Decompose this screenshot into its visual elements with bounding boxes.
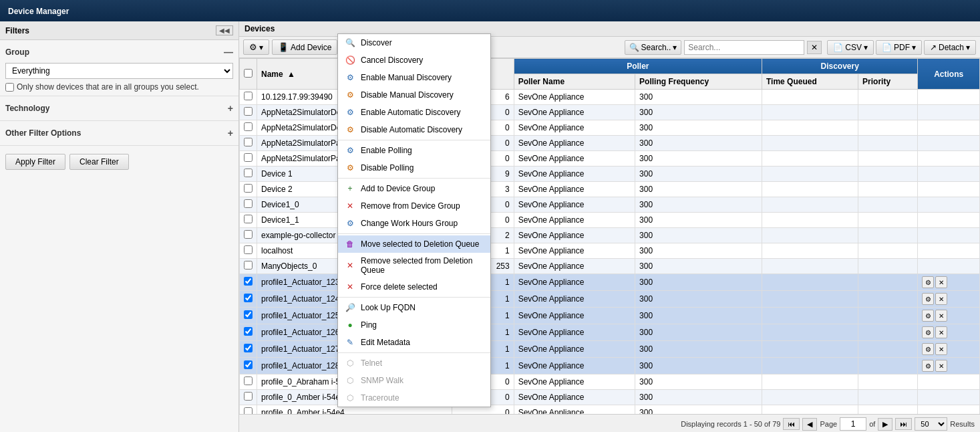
action-settings-icon[interactable]: ⚙ [922, 310, 934, 322]
row-checkbox[interactable] [244, 107, 253, 116]
action-settings-icon[interactable]: ⚙ [922, 360, 934, 372]
row-checkbox[interactable] [244, 294, 253, 302]
priority-column-header[interactable]: Priority [858, 74, 918, 90]
menu-item-cancel-discovery[interactable]: 🚫 Cancel Discovery [338, 51, 490, 69]
action-settings-icon[interactable]: ⚙ [922, 293, 934, 305]
row-checkbox-cell[interactable] [240, 136, 257, 151]
menu-item-remove-deletion[interactable]: ✕ Remove selected from Deletion Queue [338, 253, 490, 278]
row-checkbox[interactable] [244, 138, 253, 146]
action-settings-icon[interactable]: ⚙ [922, 326, 934, 338]
row-checkbox[interactable] [244, 153, 253, 162]
menu-item-enable-manual[interactable]: ⚙ Enable Manual Discovery [338, 69, 490, 86]
row-checkbox[interactable] [244, 245, 253, 254]
row-checkbox-cell[interactable] [240, 341, 257, 358]
all-groups-checkbox[interactable] [5, 83, 14, 92]
row-checkbox[interactable] [244, 360, 253, 369]
collapse-sidebar-button[interactable]: ◀◀ [216, 25, 233, 35]
detach-button[interactable]: ↗ Detach ▾ [924, 40, 976, 55]
row-checkbox-cell[interactable] [240, 243, 257, 259]
row-checkbox[interactable] [244, 392, 253, 401]
search-container: 🔍 Search.. ▾ ✕ [625, 40, 822, 55]
row-checkbox-cell[interactable] [240, 167, 257, 182]
row-checkbox[interactable] [244, 327, 253, 336]
sidebar-header: Filters ◀◀ [0, 21, 238, 40]
action-remove-icon[interactable]: ✕ [935, 343, 947, 355]
apply-filter-button[interactable]: Apply Filter [5, 154, 65, 170]
search-dropdown[interactable]: 🔍 Search.. ▾ [625, 40, 682, 55]
action-remove-icon[interactable]: ✕ [935, 310, 947, 322]
row-checkbox[interactable] [244, 92, 253, 100]
row-checkbox-cell[interactable] [240, 197, 257, 213]
row-checkbox-cell[interactable] [240, 358, 257, 374]
group-select[interactable]: Everything [5, 63, 233, 79]
time-queued-column-header[interactable]: Time Queued [762, 74, 858, 90]
row-checkbox-cell[interactable] [240, 405, 257, 415]
action-remove-icon[interactable]: ✕ [935, 360, 947, 372]
row-checkbox[interactable] [244, 215, 253, 223]
page-number-input[interactable] [840, 417, 866, 431]
row-checkbox-cell[interactable] [240, 291, 257, 308]
row-checkbox-cell[interactable] [240, 105, 257, 120]
poller-name-column-header[interactable]: Poller Name [514, 74, 635, 90]
menu-item-discover[interactable]: 🔍 Discover [338, 34, 490, 51]
menu-item-move-deletion[interactable]: 🗑 Move selected to Deletion Queue [338, 235, 490, 253]
action-remove-icon[interactable]: ✕ [935, 293, 947, 305]
row-checkbox-cell[interactable] [240, 228, 257, 243]
row-checkbox-cell[interactable] [240, 308, 257, 324]
row-checkbox[interactable] [244, 407, 253, 414]
row-checkbox[interactable] [244, 230, 253, 239]
row-checkbox[interactable] [244, 199, 253, 208]
row-checkbox-cell[interactable] [240, 90, 257, 105]
menu-item-enable-polling[interactable]: ⚙ Enable Polling [338, 142, 490, 159]
next-page-button[interactable]: ▶ [878, 418, 892, 431]
action-remove-icon[interactable]: ✕ [935, 276, 947, 288]
add-device-button[interactable]: 📱 Add Device [272, 39, 337, 55]
row-checkbox-cell[interactable] [240, 324, 257, 341]
settings-dropdown-button[interactable]: ⚙ ▾ [243, 39, 269, 55]
select-all-checkbox[interactable] [244, 69, 253, 78]
per-page-select[interactable]: 50 25 100 [915, 417, 947, 431]
menu-item-add-group[interactable]: + Add to Device Group [338, 180, 490, 197]
search-input[interactable] [684, 40, 804, 55]
other-filter-toggle[interactable]: + [228, 128, 233, 138]
row-checkbox[interactable] [244, 261, 253, 269]
menu-item-remove-group[interactable]: ✕ Remove from Device Group [338, 197, 490, 215]
row-checkbox[interactable] [244, 376, 253, 385]
row-checkbox[interactable] [244, 344, 253, 352]
menu-item-lookup-fqdn[interactable]: 🔎 Look Up FQDN [338, 299, 490, 316]
row-checkbox-cell[interactable] [240, 374, 257, 390]
menu-item-ping[interactable]: ● Ping [338, 316, 490, 334]
row-checkbox[interactable] [244, 184, 253, 193]
menu-item-enable-auto[interactable]: ⚙ Enable Automatic Discovery [338, 104, 490, 121]
action-settings-icon[interactable]: ⚙ [922, 276, 934, 288]
menu-item-disable-polling[interactable]: ⚙ Disable Polling [338, 159, 490, 177]
row-checkbox-cell[interactable] [240, 274, 257, 291]
last-page-button[interactable]: ⏭ [895, 418, 912, 430]
menu-item-disable-manual[interactable]: ⚙ Disable Manual Discovery [338, 86, 490, 104]
action-settings-icon[interactable]: ⚙ [922, 343, 934, 355]
row-checkbox-cell[interactable] [240, 120, 257, 136]
row-checkbox-cell[interactable] [240, 390, 257, 405]
row-checkbox-cell[interactable] [240, 259, 257, 274]
first-page-button[interactable]: ⏮ [783, 418, 800, 430]
prev-page-button[interactable]: ◀ [802, 418, 817, 431]
action-remove-icon[interactable]: ✕ [935, 326, 947, 338]
menu-item-edit-metadata[interactable]: ✎ Edit Metadata [338, 334, 490, 351]
menu-item-disable-auto[interactable]: ⚙ Disable Automatic Discovery [338, 121, 490, 138]
row-checkbox[interactable] [244, 169, 253, 177]
row-checkbox-cell[interactable] [240, 213, 257, 228]
menu-item-change-hours[interactable]: ⚙ Change Work Hours Group [338, 215, 490, 232]
row-checkbox[interactable] [244, 277, 253, 286]
clear-filter-button[interactable]: Clear Filter [69, 154, 129, 170]
menu-item-force-delete[interactable]: ✕ Force delete selected [338, 278, 490, 296]
row-checkbox[interactable] [244, 122, 253, 131]
technology-filter-toggle[interactable]: + [228, 103, 233, 114]
polling-frequency-column-header[interactable]: Polling Frequency [635, 74, 762, 90]
row-checkbox-cell[interactable] [240, 182, 257, 197]
csv-export-button[interactable]: 📄 CSV ▾ [827, 40, 874, 55]
row-checkbox[interactable] [244, 310, 253, 319]
group-filter-toggle[interactable]: — [224, 47, 233, 58]
row-checkbox-cell[interactable] [240, 151, 257, 167]
search-clear-button[interactable]: ✕ [807, 41, 822, 54]
pdf-export-button[interactable]: 📄 PDF ▾ [876, 40, 922, 55]
